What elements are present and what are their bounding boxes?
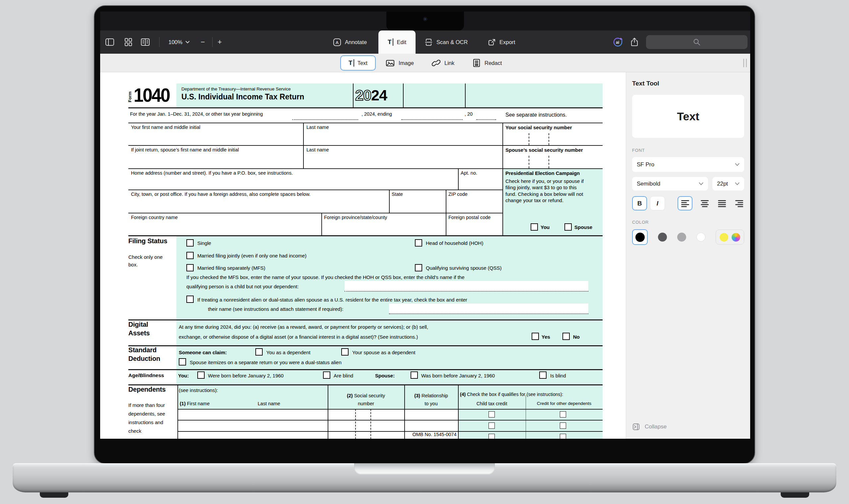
tool-text[interactable]: T Text (340, 55, 376, 71)
color-yellow-swatch[interactable] (720, 233, 728, 241)
color-darkgray-swatch[interactable] (658, 233, 667, 241)
app-window: 100% − + A Annotate T Edit (100, 12, 750, 439)
text-style-preview[interactable]: Text (632, 95, 744, 138)
you-born-before-1960-checkbox[interactable] (197, 372, 205, 379)
italic-button[interactable]: I (650, 196, 665, 211)
export-icon (487, 38, 496, 47)
text-tool-icon: T (349, 59, 354, 67)
dependents-heading: Dependents (128, 386, 166, 393)
tool-label: Text (358, 60, 367, 66)
filing-nra-checkbox[interactable] (186, 295, 194, 303)
tab-annotate[interactable]: A Annotate (333, 31, 367, 54)
tool-label: Link (445, 60, 454, 66)
form-1040: Form 1040 Department of the Treasury—Int… (128, 84, 603, 439)
field-label: If joint return, spouse’s first name and… (131, 147, 239, 152)
collapse-panel-button[interactable]: Collapse (632, 423, 744, 431)
share-icon[interactable] (630, 31, 639, 54)
collapse-icon (632, 423, 640, 431)
svg-text:ai: ai (616, 40, 619, 45)
claim-you-dependent-checkbox[interactable] (255, 348, 263, 356)
color-black-swatch[interactable] (632, 229, 648, 245)
dependent3-odc-checkbox[interactable] (560, 434, 566, 439)
text-edit-icon: T (388, 38, 393, 46)
filing-status-note: Check only one box. (128, 253, 166, 268)
zoom-out-button[interactable]: − (201, 31, 205, 54)
presidential-title: Presidential Election Campaign (505, 170, 580, 176)
tool-image[interactable]: Image (386, 54, 414, 72)
align-left-button[interactable] (678, 196, 692, 211)
document-canvas[interactable]: Form 1040 Department of the Treasury—Int… (100, 72, 626, 439)
tool-redact[interactable]: Redact (472, 54, 502, 72)
nra-spouse-name-input[interactable] (389, 304, 588, 314)
search-field[interactable] (646, 35, 747, 49)
font-size-dropdown[interactable]: 22pt (712, 177, 744, 191)
font-section-label: FONT (632, 148, 744, 153)
edit-subtoolbar: T Text Image Link (100, 54, 750, 72)
bold-button[interactable]: B (632, 196, 647, 211)
form-word: Form (127, 91, 132, 102)
thumbnail-grid-button[interactable] (124, 31, 133, 54)
zoom-level-dropdown[interactable]: 100% (169, 31, 190, 54)
field-label: Apt. no. (461, 170, 477, 176)
spouse-itemizes-checkbox[interactable] (179, 358, 186, 365)
dependents-credit-band (458, 409, 603, 439)
presidential-body: Check here if you, or your spouse if fil… (505, 178, 589, 204)
dependent2-odc-checkbox[interactable] (560, 422, 566, 429)
panel-title: Text Tool (632, 80, 744, 87)
dependent3-ctc-checkbox[interactable] (488, 434, 495, 439)
font-weight-dropdown[interactable]: Semibold (632, 177, 708, 191)
color-picker-wheel[interactable] (732, 233, 740, 241)
dependent1-ctc-checkbox[interactable] (488, 411, 495, 417)
link-icon (432, 59, 440, 67)
mfs-spouse-name-input[interactable] (345, 281, 588, 292)
align-center-button[interactable] (700, 198, 710, 209)
sidebar-toggle-button[interactable] (105, 31, 115, 54)
align-right-button[interactable] (734, 198, 744, 209)
claim-spouse-dependent-checkbox[interactable] (341, 348, 349, 356)
panel-resize-handle[interactable] (743, 59, 747, 67)
dependent2-ctc-checkbox[interactable] (488, 422, 495, 429)
fill-line[interactable] (292, 119, 358, 120)
font-family-dropdown[interactable]: SF Pro (632, 157, 744, 172)
laptop-screen: 100% − + A Annotate T Edit (94, 5, 755, 464)
align-justify-icon (718, 200, 726, 207)
field-label: Foreign postal code (448, 215, 490, 220)
campaign-spouse-checkbox[interactable] (565, 223, 572, 231)
camera-strip (100, 12, 750, 31)
zoom-in-button[interactable]: + (218, 31, 222, 54)
filing-single-checkbox[interactable] (186, 239, 194, 247)
color-white-swatch[interactable] (696, 233, 705, 241)
tab-label: Scan & OCR (436, 39, 468, 46)
field-label: State (392, 192, 403, 197)
field-label: Home address (number and street). If you… (131, 170, 293, 176)
tab-scan-ocr[interactable]: Scan & OCR (424, 31, 468, 54)
dependent1-odc-checkbox[interactable] (560, 411, 566, 417)
preview-text: Text (677, 110, 699, 123)
campaign-you-checkbox[interactable] (531, 223, 538, 231)
spouse-born-before-1960-checkbox[interactable] (411, 372, 418, 379)
digital-assets-yes-checkbox[interactable] (532, 333, 539, 340)
tool-label: Image (399, 60, 414, 66)
you-blind-checkbox[interactable] (323, 372, 330, 379)
filing-qss-checkbox[interactable] (415, 264, 422, 271)
color-gray-swatch[interactable] (677, 233, 686, 241)
filing-mfs-checkbox[interactable] (186, 264, 194, 271)
laptop-base (13, 463, 836, 492)
age-blindness-heading: Age/Blindness (128, 373, 164, 378)
zoom-level-value: 100% (169, 39, 183, 46)
spouse-blind-checkbox[interactable] (539, 372, 547, 379)
align-justify-button[interactable] (717, 198, 727, 209)
two-page-view-button[interactable] (141, 31, 150, 54)
tab-export[interactable]: Export (487, 31, 515, 54)
tool-link[interactable]: Link (432, 54, 454, 72)
filing-hoh-checkbox[interactable] (415, 239, 422, 247)
filing-mfj-checkbox[interactable] (186, 252, 194, 259)
image-icon (386, 59, 395, 67)
digital-assets-no-checkbox[interactable] (562, 333, 570, 340)
fill-line[interactable] (401, 119, 463, 120)
tab-label: Edit (397, 39, 406, 46)
search-input[interactable] (646, 35, 747, 49)
tab-edit[interactable]: T Edit (378, 31, 416, 54)
filing-status-heading: Filing Status (128, 237, 167, 245)
fill-line[interactable] (476, 119, 496, 120)
